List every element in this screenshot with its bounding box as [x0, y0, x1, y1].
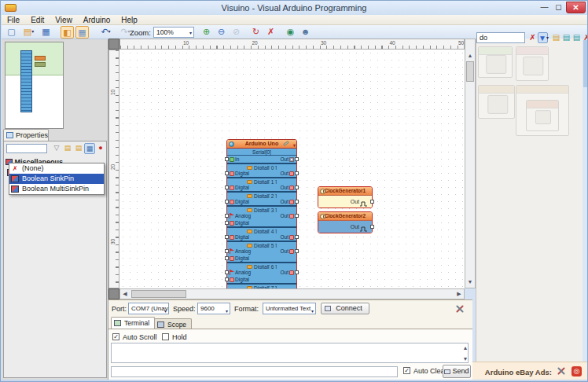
- zoom-out-icon[interactable]: ⊖: [215, 26, 228, 39]
- menu-arduino[interactable]: Arduino: [78, 16, 116, 24]
- arduino-uno-component[interactable]: Arduino Uno ▾ Serial[0] In Out Digital[ …: [226, 139, 297, 288]
- toolbox-search-input[interactable]: [476, 32, 525, 43]
- speed-select[interactable]: 9600▾: [197, 303, 230, 314]
- collapse-folders-icon[interactable]: ▤: [571, 32, 582, 43]
- help-user-icon[interactable]: ☻: [299, 26, 312, 39]
- analog-sink-pin[interactable]: [225, 249, 229, 253]
- properties-filter-input[interactable]: [6, 144, 47, 153]
- scroll-left-icon[interactable]: ◀: [120, 289, 130, 299]
- clock-out-pin[interactable]: [370, 225, 374, 229]
- expand-folders-icon[interactable]: ▤: [561, 32, 571, 43]
- auto-clear-checkbox[interactable]: ✓: [403, 367, 410, 374]
- out-source-pin[interactable]: [295, 171, 299, 175]
- menu-help[interactable]: Help: [116, 16, 143, 24]
- connect-button[interactable]: Connect: [321, 303, 369, 314]
- digital-sink-pin[interactable]: [225, 277, 229, 281]
- ad-settings-icon[interactable]: [557, 366, 566, 376]
- menu-file[interactable]: File: [2, 16, 25, 24]
- wrench-icon[interactable]: [283, 141, 289, 146]
- zoom-reset-icon[interactable]: ⊘: [230, 26, 243, 39]
- prop-collapse-icon[interactable]: ▤: [73, 143, 84, 154]
- out-source-pin[interactable]: [295, 235, 299, 239]
- serial-out-pin[interactable]: [295, 157, 299, 161]
- digital-sink-pin[interactable]: [225, 171, 229, 175]
- delete-filter-icon[interactable]: ✗: [582, 32, 588, 43]
- prop-pin-icon[interactable]: ●: [95, 143, 106, 154]
- out-source-pin[interactable]: [295, 200, 299, 204]
- tab-properties[interactable]: Properties: [3, 129, 49, 141]
- terminal-output[interactable]: [111, 343, 469, 363]
- refresh-icon[interactable]: ↻: [249, 26, 263, 39]
- toggle-panels-icon[interactable]: ◧: [61, 26, 74, 39]
- dropdown-item-boolean-multisinkpin[interactable]: Boolean MultiSinkPin: [9, 184, 104, 194]
- clockgenerator2-component[interactable]: ClockGenerator2Out: [318, 211, 373, 233]
- maximize-button[interactable]: ◻: [552, 2, 565, 13]
- tab-terminal[interactable]: Terminal: [111, 317, 155, 329]
- prop-filter-icon[interactable]: ▽: [51, 143, 62, 154]
- zoom-select[interactable]: 100%▾: [153, 27, 194, 38]
- scroll-down-icon[interactable]: ▼: [461, 354, 470, 364]
- analog-sink-pin[interactable]: [225, 214, 229, 218]
- tab-scope[interactable]: Scope: [154, 318, 192, 329]
- scroll-thumb[interactable]: [466, 61, 474, 82]
- toolbox-component-ghost[interactable]: [516, 46, 549, 81]
- save-icon[interactable]: ▦: [39, 26, 53, 39]
- out-source-pin[interactable]: [295, 214, 299, 218]
- out-source-pin[interactable]: [295, 270, 299, 274]
- port-select[interactable]: COM7 (Unava▾: [128, 303, 169, 314]
- clear-search-icon[interactable]: ✗: [527, 32, 538, 43]
- build-globe-icon[interactable]: ◉: [284, 26, 297, 39]
- digital-sink-pin[interactable]: [225, 256, 229, 260]
- serial-in-pin[interactable]: [225, 157, 229, 161]
- out-source-pin[interactable]: [295, 249, 299, 253]
- clock-out-pin[interactable]: [370, 200, 374, 204]
- minimize-button[interactable]: —: [538, 2, 551, 13]
- digital-sink-pin[interactable]: [225, 200, 229, 204]
- dropdown-item-boolean-sinkpin[interactable]: Boolean SinkPin: [9, 174, 104, 184]
- digital-sink-pin[interactable]: [225, 235, 229, 239]
- undo-icon[interactable]: ↶▾: [97, 26, 115, 39]
- toolbox-component-ghost[interactable]: [516, 85, 569, 136]
- delete-icon[interactable]: ✗: [264, 26, 277, 39]
- ad-block-icon[interactable]: ◎: [571, 366, 582, 376]
- component-header[interactable]: ClockGenerator1: [318, 187, 372, 196]
- format-select[interactable]: Unformatted Text▾: [263, 303, 316, 314]
- menu-edit[interactable]: Edit: [25, 16, 50, 24]
- redo-icon[interactable]: ↷▾: [116, 26, 134, 39]
- auto-scroll-checkbox[interactable]: ✓: [112, 333, 119, 340]
- serial-tools-icon[interactable]: [455, 304, 465, 314]
- scroll-up-icon[interactable]: ▲: [461, 343, 470, 353]
- hold-checkbox[interactable]: [162, 333, 169, 340]
- scroll-thumb[interactable]: [131, 290, 186, 298]
- design-canvas[interactable]: Arduino Uno ▾ Serial[0] In Out Digital[ …: [119, 50, 465, 288]
- canvas-vertical-scrollbar[interactable]: ▲ ▼: [465, 39, 476, 288]
- arduino-uno-header[interactable]: Arduino Uno ▾: [227, 140, 296, 149]
- send-button[interactable]: Send: [443, 365, 471, 378]
- out-source-pin[interactable]: [295, 185, 299, 189]
- toolbox-component-ghost[interactable]: [478, 85, 515, 119]
- zoom-in-icon[interactable]: ⊕: [200, 26, 213, 39]
- toolbox-component-ghost[interactable]: [478, 46, 513, 78]
- analog-sink-pin[interactable]: [225, 270, 229, 274]
- toggle-grid-icon[interactable]: ▦: [75, 26, 89, 39]
- scroll-down-icon[interactable]: ▼: [465, 277, 475, 287]
- prop-expand-icon[interactable]: ▤: [62, 143, 73, 154]
- canvas-horizontal-scrollbar[interactable]: ◀ ▶: [119, 288, 465, 299]
- new-category-icon[interactable]: ▤: [551, 32, 561, 43]
- terminal-send-input[interactable]: [111, 366, 398, 377]
- menu-view[interactable]: View: [50, 16, 78, 24]
- toolbox-scrollbar[interactable]: [582, 39, 588, 362]
- open-icon[interactable]: ▤▾: [20, 26, 38, 39]
- design-minimap[interactable]: [5, 42, 64, 129]
- close-button[interactable]: ✕: [566, 2, 586, 13]
- filter-wizard-icon[interactable]: ▼▾: [538, 32, 548, 43]
- new-sketch-icon[interactable]: ▢: [5, 26, 18, 39]
- component-header[interactable]: ClockGenerator2: [318, 212, 372, 221]
- prop-categorized-icon[interactable]: ▦: [84, 143, 95, 154]
- dropdown-item--none-[interactable]: ✗(None): [9, 163, 104, 174]
- scroll-up-icon[interactable]: ▲: [465, 51, 475, 61]
- digital-sink-pin[interactable]: [225, 221, 229, 225]
- clockgenerator1-component[interactable]: ClockGenerator1Out: [318, 186, 373, 208]
- digital-sink-pin[interactable]: [225, 185, 229, 189]
- scroll-right-icon[interactable]: ▶: [454, 289, 464, 299]
